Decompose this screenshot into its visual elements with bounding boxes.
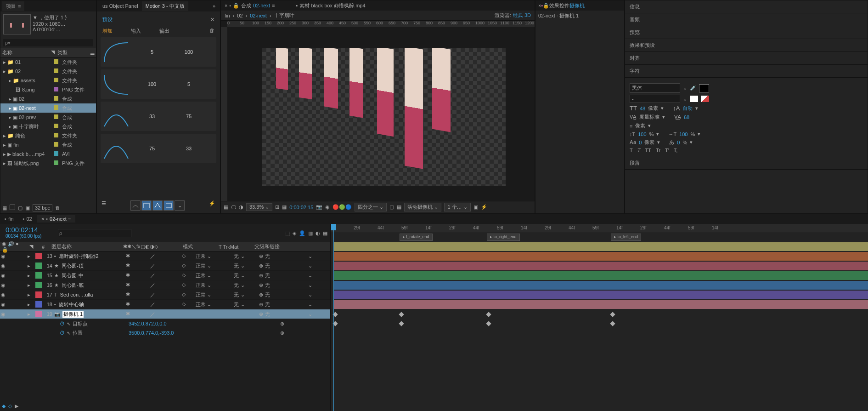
timeline-tab[interactable]: ▪ 02 xyxy=(18,215,37,223)
motion-blur-icon[interactable]: ◐ xyxy=(316,230,320,236)
preset-item[interactable]: 5100 xyxy=(101,37,216,67)
crumb-02[interactable]: 02 xyxy=(237,13,242,18)
kf-play-icon[interactable]: ▶ xyxy=(15,403,18,409)
zoom-dropdown[interactable]: 33.3% ⌄ xyxy=(246,203,272,211)
project-item[interactable]: 🖼8.pngPNG 文件 xyxy=(0,85,96,94)
tab-motion3[interactable]: Motion 3 - 中文版 xyxy=(142,1,188,11)
comp-marker[interactable]: ▸ to_left_end xyxy=(611,234,641,241)
ease-out-icon[interactable] xyxy=(163,200,174,211)
panel-preview[interactable]: 预览 xyxy=(625,26,868,39)
timeline-layer[interactable]: ◉▸14★同心圆-顶✱／◇正常 ⌄无 ⌄⊚无⌄ xyxy=(0,261,330,271)
timeline-layer[interactable]: ◉▸13▪扇叶旋转-控制器2✱／◇正常 ⌄无 ⌄⊚无⌄ xyxy=(0,251,330,261)
text-style-3[interactable]: Tr xyxy=(656,148,660,153)
col-name[interactable]: 名称 xyxy=(2,49,51,56)
timeline-tab[interactable]: ▪ fin xyxy=(0,215,18,223)
grid-icon[interactable]: ▦ xyxy=(224,204,228,210)
curve-bell-icon[interactable] xyxy=(130,200,141,211)
panel-overflow-icon[interactable]: » xyxy=(210,3,218,9)
fast-preview-icon[interactable]: ⚡ xyxy=(481,204,487,210)
col-layer-name[interactable]: 图层名称 xyxy=(50,243,121,250)
timeline-layer[interactable]: ◉▸16★同心圆-底✱／◇正常 ⌄无 ⌄⊚无⌄ xyxy=(0,280,330,290)
snapshot-icon[interactable]: 📷 xyxy=(316,204,322,210)
col-av[interactable]: ◉ 🔊 ● 🔒 xyxy=(0,241,28,253)
chevron-down-icon[interactable]: ⌄ xyxy=(175,200,185,211)
preset-item[interactable]: 7533 xyxy=(101,134,216,163)
playhead[interactable] xyxy=(333,224,334,411)
mask-icon[interactable]: ◑ xyxy=(239,204,243,210)
kf-nav-next-icon[interactable]: ◇ xyxy=(8,403,12,409)
leading-value[interactable]: 自动 xyxy=(682,105,693,112)
bolt-icon[interactable]: ⚡ xyxy=(209,200,215,211)
col-parent[interactable]: 父级和链接 xyxy=(253,243,308,250)
crumb-02-next[interactable]: 02-next xyxy=(250,13,267,18)
hide-shy-icon[interactable]: 👤 xyxy=(299,230,305,236)
project-item[interactable]: ▸▣fin合成 xyxy=(0,140,96,149)
project-item[interactable]: ▸📁02文件夹 xyxy=(0,67,96,76)
crumb-fin[interactable]: fin xyxy=(225,13,230,18)
eyedropper-icon[interactable]: 💉 xyxy=(690,85,696,91)
close-icon[interactable]: ✕ xyxy=(210,17,214,23)
text-style-2[interactable]: TT xyxy=(645,148,651,153)
comp-marker[interactable]: ▸ l_rotate_end xyxy=(400,234,433,241)
composition-viewer[interactable] xyxy=(262,48,506,186)
frame-blend-icon[interactable]: ▥ xyxy=(308,230,313,236)
trash-icon[interactable]: 🗑 xyxy=(209,28,214,34)
col-type[interactable]: 类型 xyxy=(57,49,68,56)
timeline-tab[interactable]: × ▪ 02-next ≡ xyxy=(37,215,76,223)
graph-editor-icon[interactable]: ▦ xyxy=(323,230,327,236)
bpc-toggle[interactable] xyxy=(10,205,15,211)
effctl-tab[interactable]: 效果控件 xyxy=(549,2,569,9)
timeline-layer[interactable]: ◉▸17TSed con….ulla✱／◇正常 ⌄无 ⌄⊚无⌄ xyxy=(0,290,330,300)
layer-bar[interactable] xyxy=(333,271,868,280)
trash-icon[interactable]: 🗑 xyxy=(55,205,60,211)
text-style-0[interactable]: T xyxy=(630,148,633,153)
keyframe[interactable] xyxy=(486,312,491,317)
vscale-value[interactable]: 100 xyxy=(638,131,646,137)
kf-nav-prev-icon[interactable]: ◆ xyxy=(2,403,6,409)
project-item[interactable]: ▸▣十字廓叶合成 xyxy=(0,122,96,131)
tracking-value[interactable]: 68 xyxy=(684,114,689,120)
preset-item[interactable]: 1005 xyxy=(101,69,216,99)
project-item[interactable]: ▸▣02-next合成 xyxy=(0,103,96,113)
preset-tab-out[interactable]: 输出 xyxy=(159,28,169,34)
layer-bar[interactable] xyxy=(333,242,868,251)
new-folder-icon[interactable]: ▢ xyxy=(18,205,23,211)
panel-character[interactable]: 字符 xyxy=(625,65,868,78)
project-item[interactable]: ▸🖼辅助线.pngPNG 文件 xyxy=(0,159,96,168)
swap-colors-icon[interactable] xyxy=(701,96,709,102)
project-item[interactable]: ▸▣02合成 xyxy=(0,94,96,103)
timeline-property[interactable]: ⏱∿目标点3452.0,872.0,0.0⊚ xyxy=(0,319,330,328)
ease-both-icon[interactable] xyxy=(152,200,163,211)
text-style-4[interactable]: T' xyxy=(665,148,669,153)
hierarchy-icon[interactable]: ▂ xyxy=(90,49,94,56)
timecode-display[interactable]: 0:00:02:15 xyxy=(289,205,313,210)
crumb-leaf[interactable]: 十字扇叶 xyxy=(274,12,294,19)
text-style-5[interactable]: T, xyxy=(674,148,678,153)
panel-audio[interactable]: 音频 xyxy=(625,13,868,26)
draft3d-icon[interactable]: ◈ xyxy=(293,230,296,236)
col-mode[interactable]: 模式 xyxy=(181,243,217,250)
keyframe[interactable] xyxy=(486,321,491,326)
timeline-layer[interactable]: ◉▸15★同心圆-中✱／◇正常 ⌄无 ⌄⊚无⌄ xyxy=(0,271,330,280)
interpret-icon[interactable]: ▦ xyxy=(2,205,7,211)
font-style-dropdown[interactable]: - xyxy=(630,95,680,103)
footage-tab[interactable]: ▪ 素材 black box @惜枫醉.mp4 xyxy=(292,1,369,10)
transparency-icon[interactable]: ▦ xyxy=(282,204,287,210)
roi-icon[interactable]: ▢ xyxy=(389,204,394,210)
timeline-layer[interactable]: ◉▸18▪旋转中心轴✱／◇正常 ⌄无 ⌄⊚无⌄ xyxy=(0,300,330,309)
layer-bar[interactable] xyxy=(333,252,868,261)
layer-bar[interactable] xyxy=(333,262,868,270)
color-mgmt-icon[interactable]: 🔴🟢🔵 xyxy=(333,204,352,210)
comp-tab[interactable]: × ▪ 🔒 合成 02-next ≡ xyxy=(221,1,278,10)
timeline-timecode[interactable]: 0:00:02:14 xyxy=(6,226,50,234)
project-item[interactable]: ▸▶black b….mp4AVI xyxy=(0,149,96,159)
timeline-property[interactable]: ⏱∿位置3500.0,774.0,-393.0⊚ xyxy=(0,328,330,337)
new-comp-icon[interactable]: ▣ xyxy=(25,205,30,211)
pixel-aspect-icon[interactable]: ▣ xyxy=(473,204,478,210)
renderer-value[interactable]: 经典 3D xyxy=(513,12,531,19)
screen-icon[interactable]: 🖵 xyxy=(231,205,236,210)
panel-align[interactable]: 对齐 xyxy=(625,52,868,65)
project-search[interactable] xyxy=(3,39,93,46)
resolution-icon[interactable]: ⊞ xyxy=(275,204,279,210)
keyframe[interactable] xyxy=(610,321,615,326)
